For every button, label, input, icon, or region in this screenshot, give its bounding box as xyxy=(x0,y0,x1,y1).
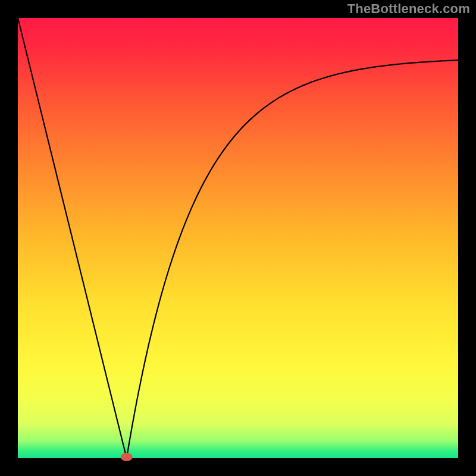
minimum-marker xyxy=(121,453,133,461)
bottleneck-chart xyxy=(0,0,476,476)
chart-frame: TheBottleneck.com xyxy=(0,0,476,476)
watermark-text: TheBottleneck.com xyxy=(347,1,470,17)
plot-area xyxy=(18,18,458,458)
